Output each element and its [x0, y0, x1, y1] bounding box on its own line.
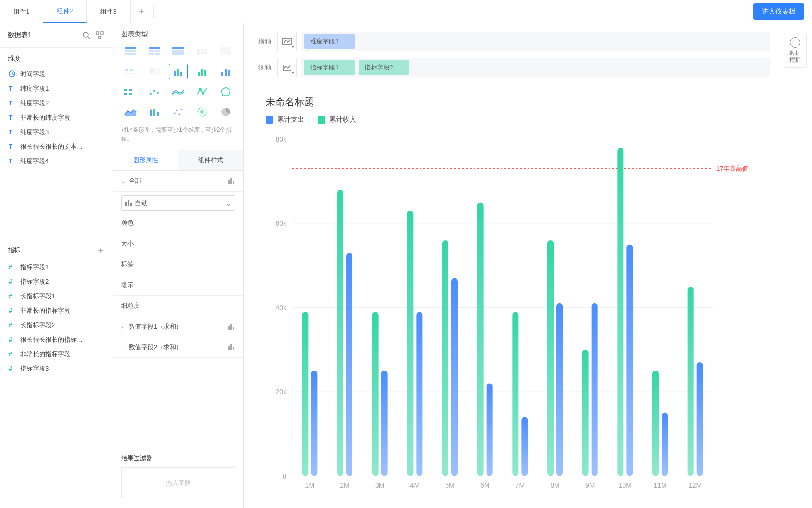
- bar[interactable]: [337, 190, 343, 476]
- x-axis-dropzone[interactable]: 维度字段1: [301, 32, 770, 51]
- y-axis-pill[interactable]: 指标字段1: [304, 60, 355, 75]
- metric-field[interactable]: #非常长的指标字段: [4, 303, 109, 318]
- dim-field[interactable]: T纬度字段3: [4, 125, 109, 139]
- tab-component-1[interactable]: 组件1: [0, 0, 43, 23]
- svg-rect-43: [157, 112, 159, 116]
- chart-type-option[interactable]: [145, 43, 163, 59]
- y-axis-type-button[interactable]: ▾: [277, 58, 297, 77]
- dim-field[interactable]: T纬度字段2: [4, 96, 109, 110]
- bar[interactable]: [556, 303, 563, 476]
- dim-field[interactable]: 时间字段: [4, 67, 109, 82]
- svg-point-36: [153, 90, 155, 92]
- bar[interactable]: [381, 371, 388, 476]
- filter-header: 结果过滤器: [121, 454, 235, 463]
- metric-field[interactable]: #指标字段2: [4, 275, 109, 289]
- x-axis-type-button[interactable]: ▾: [277, 32, 297, 51]
- y-axis-pill[interactable]: 指标字段2: [359, 60, 409, 75]
- text-type-icon: T: [9, 85, 17, 92]
- chart-type-option[interactable]: [145, 104, 163, 120]
- bar[interactable]: [582, 350, 589, 476]
- bar[interactable]: [662, 413, 668, 476]
- bar[interactable]: [512, 312, 518, 476]
- chart-type-option[interactable]: [121, 84, 140, 99]
- prop-row[interactable]: 大小: [113, 233, 243, 254]
- chart-type-option[interactable]: [217, 104, 235, 120]
- search-icon[interactable]: [81, 30, 92, 41]
- tab-component-2[interactable]: 组件2: [43, 0, 87, 23]
- chart-type-option[interactable]: [169, 64, 188, 79]
- chart-type-option[interactable]: [192, 64, 211, 79]
- dim-field[interactable]: T纬度字段4: [4, 154, 109, 168]
- expand-all-row[interactable]: ⌄ 全部: [113, 171, 243, 192]
- data-mining-button[interactable]: 数据挖掘: [784, 33, 807, 68]
- svg-rect-30: [228, 70, 230, 76]
- bar[interactable]: [688, 287, 694, 476]
- chart-type-option[interactable]: [217, 64, 235, 79]
- tab-component-3[interactable]: 组件3: [87, 0, 130, 23]
- bar[interactable]: [477, 202, 484, 476]
- bar[interactable]: [697, 362, 703, 476]
- prop-row[interactable]: 细粒度: [113, 296, 243, 316]
- bar[interactable]: [346, 253, 352, 476]
- y-axis-dropzone[interactable]: 指标字段1指标字段2: [301, 58, 770, 77]
- dim-field[interactable]: T很长很长很长的文本…: [4, 139, 109, 154]
- metric-field[interactable]: #指标字段1: [4, 260, 109, 275]
- chart-type-header: 图表类型: [113, 23, 243, 43]
- prop-row[interactable]: 提示: [113, 275, 243, 296]
- field-panel: 数据表1 维度 时间字段T纬度字段1T纬度字段2T非常长的纬度字段T纬度字段3T…: [0, 23, 113, 508]
- add-tab-button[interactable]: ＋: [131, 5, 154, 18]
- metric-field[interactable]: #长指标字段2: [4, 318, 109, 332]
- prop-row[interactable]: 颜色: [113, 213, 243, 233]
- schema-icon[interactable]: [95, 30, 105, 41]
- legend-item[interactable]: 累计支出: [266, 115, 304, 124]
- tab-graphic-props[interactable]: 图形属性: [113, 150, 178, 170]
- chart-type-option[interactable]: [169, 43, 188, 59]
- metric-field[interactable]: #长指标字段1: [4, 289, 109, 303]
- chart-title[interactable]: 未命名标题: [266, 96, 756, 109]
- bar[interactable]: [547, 240, 554, 476]
- svg-text:60k: 60k: [275, 220, 287, 227]
- bar[interactable]: [592, 303, 598, 476]
- tab-component-style[interactable]: 组件样式: [178, 150, 244, 170]
- bar[interactable]: [617, 148, 623, 476]
- bar[interactable]: [451, 278, 458, 476]
- bar[interactable]: [407, 211, 413, 476]
- bar[interactable]: [372, 312, 379, 476]
- bar[interactable]: [442, 240, 448, 476]
- datasource-name[interactable]: 数据表1: [8, 31, 78, 40]
- metric-field[interactable]: #很长很长很长的指标…: [4, 332, 109, 347]
- metric-field[interactable]: #指标字段3: [4, 361, 109, 376]
- enter-dashboard-button[interactable]: 进入仪表板: [753, 3, 804, 20]
- bar[interactable]: [302, 312, 308, 476]
- agg-field-row[interactable]: ›数值字段1（求和）: [113, 316, 243, 337]
- svg-rect-12: [149, 53, 154, 55]
- svg-point-44: [150, 109, 152, 110]
- chart-type-option[interactable]: [192, 104, 211, 120]
- dim-field[interactable]: T非常长的纬度字段: [4, 110, 109, 125]
- chart-type-option[interactable]: [121, 43, 140, 59]
- chart-type-option[interactable]: [169, 104, 188, 120]
- chart-type-option[interactable]: [121, 104, 140, 120]
- svg-text:0: 0: [283, 472, 286, 480]
- filter-dropzone[interactable]: 拖入字段: [121, 467, 235, 498]
- bar[interactable]: [311, 371, 317, 476]
- bar[interactable]: [416, 312, 422, 476]
- x-axis-pill[interactable]: 维度字段1: [304, 34, 355, 49]
- add-metric-button[interactable]: ＋: [96, 245, 105, 256]
- metric-field[interactable]: #非常长的指标字段: [4, 347, 109, 361]
- legend-item[interactable]: 累计收入: [318, 115, 356, 124]
- bar[interactable]: [652, 371, 659, 476]
- chart-type-option[interactable]: [169, 84, 188, 99]
- chart-type-option[interactable]: [217, 84, 235, 99]
- bar[interactable]: [521, 417, 528, 476]
- chevron-right-icon: ›: [121, 344, 129, 351]
- agg-field-row[interactable]: ›数值字段2（求和）: [113, 337, 243, 358]
- chart-type-option[interactable]: [145, 84, 163, 99]
- dim-field[interactable]: T纬度字段1: [4, 82, 109, 96]
- chart-type-option[interactable]: [192, 84, 211, 99]
- bar[interactable]: [626, 245, 633, 476]
- bar[interactable]: [487, 384, 493, 476]
- display-mode-select[interactable]: 自动 ⌄: [121, 195, 235, 211]
- svg-point-48: [179, 113, 180, 115]
- prop-row[interactable]: 标签: [113, 254, 243, 275]
